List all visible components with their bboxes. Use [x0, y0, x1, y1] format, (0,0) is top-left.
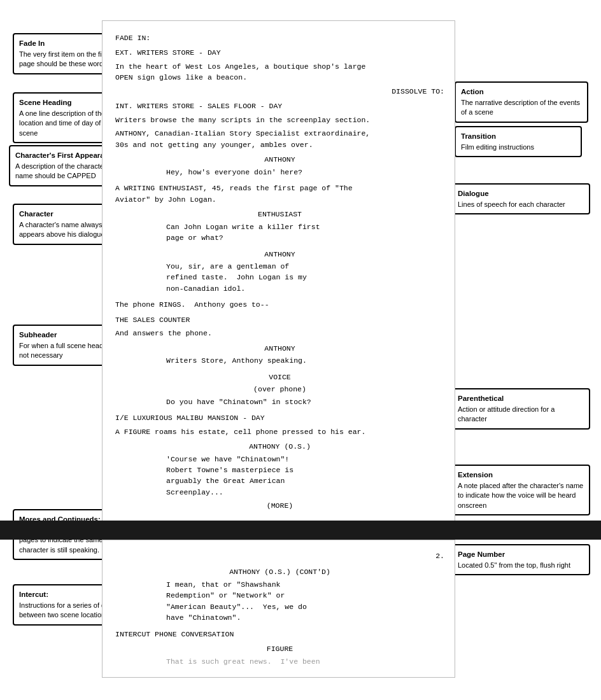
annotation-dialogue: Dialogue Lines of speech for each charac…: [451, 183, 590, 214]
annotation-page-number-body: Located 0.5" from the top, flush right: [458, 561, 570, 569]
dialogue-anthony-os: 'Course we have "Chinatown"!Robert Towne…: [166, 454, 444, 498]
action-2: Writers browse the many scripts in the s…: [115, 115, 444, 125]
annotation-character-body: A character's name always appears above …: [19, 221, 105, 238]
fade-in-text: FADE IN:: [115, 32, 444, 43]
screenplay-page1: FADE IN: EXT. WRITERS STORE - DAY In the…: [102, 20, 455, 526]
annotation-action-title: Action: [461, 87, 582, 97]
character-first-appearance: ANTHONY, Canadian-Italian Story Speciali…: [115, 128, 444, 150]
annotation-transition-title: Transition: [461, 131, 576, 141]
annotation-parenthetical-body: Action or attitude direction for a chara…: [458, 405, 555, 423]
character-name-anthony-2: ANTHONY: [115, 249, 444, 260]
dialogue-anthony-2: You, sir, are a gentleman ofrefined tast…: [166, 261, 444, 294]
subheader-sales-counter: THE SALES COUNTER: [115, 314, 444, 325]
character-name-anthony-os: ANTHONY (O.S.): [115, 441, 444, 452]
parenthetical-over-phone: (over phone): [115, 384, 444, 395]
annotation-extension-body: A note placed after the character's name…: [458, 482, 583, 509]
annotation-dialogue-title: Dialogue: [458, 188, 584, 199]
dialogue-anthony-3: Writers Store, Anthony speaking.: [166, 355, 444, 366]
annotation-page-number-title: Page Number: [458, 549, 584, 559]
action-1: In the heart of West Los Angeles, a bout…: [115, 61, 444, 83]
annotation-extension-title: Extension: [458, 470, 584, 480]
annotation-action-body: The narrative description of the events …: [461, 99, 580, 116]
screenplay-page2: 2. ANTHONY (O.S.) (CONT'D) I mean, that …: [102, 540, 455, 678]
character-name-voice: VOICE: [115, 372, 444, 382]
action-5: And answers the phone.: [115, 328, 444, 339]
annotation-parenthetical-title: Parenthetical: [458, 393, 584, 403]
transition-dissolve: DISSOLVE TO:: [115, 86, 444, 97]
scene-heading-malibu: I/E LUXURIOUS MALIBU MANSION - DAY: [115, 412, 444, 423]
annotation-extension: Extension A note placed after the charac…: [451, 465, 590, 515]
annotation-transition-body: Film editing instructions: [461, 143, 534, 151]
character-name-anthony-3: ANTHONY: [115, 343, 444, 354]
dialogue-anthony-contd: I mean, that or "ShawshankRedemption" or…: [166, 579, 444, 624]
scene-heading-ext: EXT. WRITERS STORE - DAY: [115, 47, 444, 58]
annotation-page-number: Page Number Located 0.5" from the top, f…: [451, 544, 590, 575]
annotation-scene-heading-body: A one line description of the location a…: [19, 109, 107, 137]
action-3: A WRITING ENTHUSIAST, 45, reads the firs…: [115, 183, 444, 205]
annotation-action: Action The narrative description of the …: [455, 81, 588, 123]
annotation-character-first-body: A description of the character; name sho…: [15, 162, 108, 179]
page-break-bar: [0, 521, 601, 540]
annotation-fade-in-body: The very first item on the first page sh…: [19, 50, 110, 67]
dialogue-enthusiast: Can John Logan write a killer firstpage …: [166, 221, 444, 244]
character-name-enthusiast: ENTHUSIAST: [115, 209, 444, 220]
subheader-intercut: INTERCUT PHONE CONVERSATION: [115, 629, 444, 640]
dialogue-figure: That is such great news. I've been: [166, 656, 444, 667]
scene-heading-int: INT. WRITERS STORE - SALES FLOOR - DAY: [115, 101, 444, 111]
annotation-transition: Transition Film editing instructions: [455, 126, 582, 157]
annotation-dialogue-body: Lines of speech for each character: [458, 200, 565, 208]
action-4: The phone RINGS. Anthony goes to--: [115, 299, 444, 310]
page-number: 2.: [115, 550, 444, 561]
dialogue-voice: Do you have "Chinatown" in stock?: [166, 396, 444, 407]
character-name-anthony-contd: ANTHONY (O.S.) (CONT'D): [115, 566, 444, 577]
more-marker: (MORE): [115, 500, 444, 511]
action-6: A FIGURE roams his estate, cell phone pr…: [115, 426, 444, 437]
dialogue-anthony-1: Hey, how's everyone doin' here?: [166, 167, 444, 178]
annotation-parenthetical: Parenthetical Action or attitude directi…: [451, 388, 590, 430]
character-name-figure: FIGURE: [115, 643, 444, 654]
character-name-anthony-1: ANTHONY: [115, 154, 444, 165]
